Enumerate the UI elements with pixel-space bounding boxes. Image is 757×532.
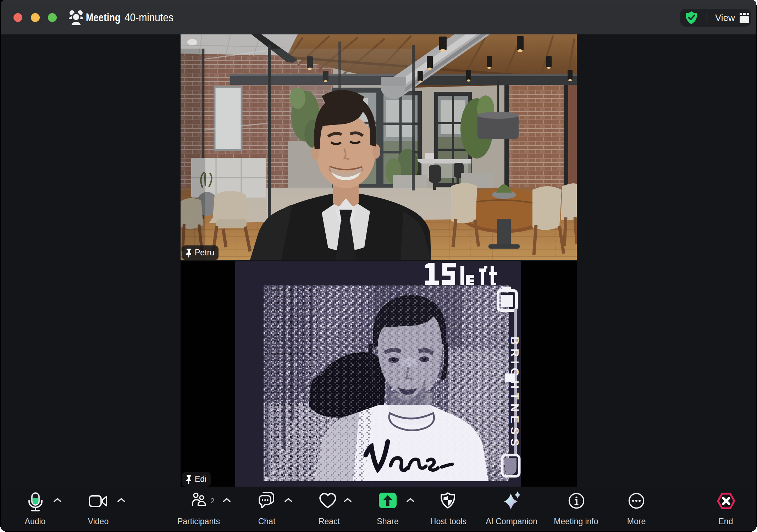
svg-text:BRIGHTNESS: BRIGHTNESS xyxy=(508,337,521,450)
